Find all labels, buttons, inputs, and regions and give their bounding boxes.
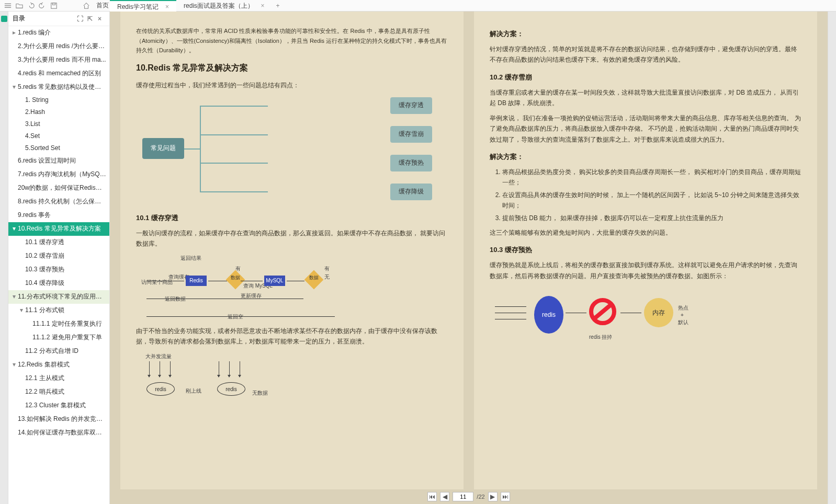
toc-item[interactable]: 10.4 缓存降级: [8, 277, 109, 290]
toc-item[interactable]: ▾11.分布式环境下常见的应用场景: [8, 290, 109, 304]
toc-item[interactable]: 2.Hash: [8, 106, 109, 118]
toc-item[interactable]: 10.1 缓存穿透: [8, 236, 109, 249]
d1-b4: 缓存降级: [390, 184, 432, 200]
heading-10-1: 10.1 缓存穿透: [136, 212, 448, 224]
toc-item[interactable]: 7.redis 内存淘汰机制（MySQL...: [8, 168, 109, 181]
d4-mem: 内存: [644, 298, 673, 327]
toc-item[interactable]: 20w的数据，如何保证Redis中...: [8, 181, 109, 195]
sidebar: 目录 ⛶ ⇱ × ▸1.redis 编介2.为什么要用 redis /为什么要用…: [8, 12, 110, 504]
toc-item[interactable]: 9.redis 事务: [8, 209, 109, 222]
toc-item[interactable]: 12.1 主从模式: [8, 372, 109, 385]
pager: ⏮ ◀ /22 ▶ ⏭: [110, 489, 828, 504]
toc-item[interactable]: 3.List: [8, 118, 109, 130]
d4-hang: redis 挂掉: [589, 333, 612, 341]
toc-item[interactable]: 13.如何解决 Redis 的并发竞争 ...: [8, 413, 109, 426]
home-icon[interactable]: [83, 2, 90, 9]
toc-item[interactable]: 10.3 缓存预热: [8, 263, 109, 277]
toc-item[interactable]: 14.如何保证缓存与数据库双写...: [8, 426, 109, 440]
d2-lbl: 有: [324, 264, 330, 273]
left-rail: [0, 12, 8, 504]
toc-item[interactable]: 3.为什么要用 redis 而不用 ma...: [8, 53, 109, 67]
intro-text: 在传统的关系式数据库中，常常用 ACID 性质来检验事务功能的可靠性和安全性。在…: [136, 26, 448, 55]
toc-item[interactable]: 5.Sorted Set: [8, 142, 109, 154]
toc-item[interactable]: 11.2 分布式自增 ID: [8, 345, 109, 358]
svg-rect-4: [52, 3, 55, 5]
first-page-button[interactable]: ⏮: [427, 492, 437, 501]
tab-label: redis面试题及答案（上）: [184, 2, 254, 9]
toc-list[interactable]: ▸1.redis 编介2.为什么要用 redis /为什么要用...3.为什么要…: [8, 26, 109, 504]
next-page-button[interactable]: ▶: [488, 492, 498, 501]
toc-item[interactable]: 8.redis 持久化机制（怎么保证 r...: [8, 195, 109, 209]
menu-icon[interactable]: [4, 2, 12, 9]
tab-redis-interview[interactable]: redis面试题及答案（上） ×: [176, 0, 272, 12]
d2-lbl: 无: [324, 272, 330, 281]
close-icon[interactable]: ×: [165, 3, 169, 10]
rail-icon[interactable]: [1, 16, 7, 22]
list-item: 在设置商品具体的缓存生效时间的时候， 加上一个随机的区间因子， 比如说 5~10…: [502, 190, 801, 211]
page-left: 在传统的关系式数据库中，常常用 ACID 性质来检验事务功能的可靠性和安全性。在…: [120, 12, 464, 489]
d2-dia: 数据: [226, 270, 245, 289]
top-toolbar: 首页 Redis学习笔记 × redis面试题及答案（上） × +: [0, 0, 836, 12]
toc-item[interactable]: 10.2 缓存雪崩: [8, 249, 109, 263]
d1-b1: 缓存穿透: [390, 97, 432, 114]
heading-solution: 解决方案：: [490, 28, 801, 40]
tab-redis-notes[interactable]: Redis学习笔记 ×: [110, 0, 176, 12]
prev-page-button[interactable]: ◀: [440, 492, 449, 501]
diagram-traffic: 大并发流量 redis 刚上线 redis 无数据: [136, 351, 448, 408]
d3-e1: redis: [146, 382, 175, 396]
d4-def: 默认: [678, 318, 688, 327]
heading-10: 10.Redis 常见异常及解决方案: [136, 61, 448, 75]
list-item: 将商品根据品类热度分类， 购买比较多的类目商品缓存周期长一些， 购买相对冷门的类…: [502, 167, 801, 188]
right-rail: [828, 12, 836, 504]
toc-item[interactable]: ▾5.redis 常见数据结构以及使用...: [8, 81, 109, 94]
sidebar-header: 目录 ⛶ ⇱ ×: [8, 12, 109, 26]
toc-item[interactable]: 4.Set: [8, 130, 109, 142]
page-input[interactable]: [453, 492, 473, 501]
toc-item[interactable]: 11.1.2 避免用户重复下单: [8, 331, 109, 345]
toc-item[interactable]: ▾12.Redis 集群模式: [8, 358, 109, 372]
para: 缓存预热就是系统上线后，将相关的缓存数据直接加载到缓存系统。这样就可以避免在用户…: [490, 260, 801, 281]
d2-lbl: 有: [235, 264, 241, 273]
save-icon[interactable]: [50, 2, 58, 9]
d1-b3: 缓存预热: [390, 155, 432, 171]
toc-item[interactable]: 2.为什么要用 redis /为什么要用...: [8, 40, 109, 53]
d2-lbl: 访问某个商品: [141, 278, 173, 287]
open-icon[interactable]: [16, 2, 23, 9]
expand-icon[interactable]: ⛶: [77, 15, 84, 22]
home-label[interactable]: 首页: [96, 1, 109, 10]
toc-item[interactable]: 6.redis 设置过期时间: [8, 154, 109, 168]
d1-b2: 缓存雪崩: [390, 126, 432, 143]
toc-item[interactable]: 12.3 Cluster 集群模式: [8, 399, 109, 413]
d1-main: 常见问题: [142, 138, 184, 159]
toc-item[interactable]: ▾11.1 分布式锁: [8, 304, 109, 317]
diagram-preheat: redis 内存 热点 + 默认 redis 挂掉: [490, 292, 801, 354]
sidebar-title: 目录: [13, 14, 25, 23]
toc-item[interactable]: ▸1.redis 编介: [8, 26, 109, 40]
toc-item[interactable]: 11.1.1 定时任务重复执行: [8, 317, 109, 331]
new-tab-button[interactable]: +: [272, 2, 284, 9]
d3-e2: redis: [217, 382, 245, 396]
d4-redis: redis: [534, 296, 563, 334]
svg-rect-0: [5, 3, 11, 4]
close-icon[interactable]: ×: [98, 15, 105, 22]
page-total: /22: [477, 494, 484, 500]
toc-item[interactable]: 12.2 哨兵模式: [8, 385, 109, 399]
collapse-icon[interactable]: ⇱: [87, 15, 95, 22]
last-page-button[interactable]: ⏭: [501, 492, 510, 501]
undo-icon[interactable]: [27, 2, 35, 9]
para: 当缓存重启或者大量的缓存在某一时间段失效，这样就导致大批流量直接访问数据库，对 …: [490, 87, 801, 109]
para: 一般访问缓存的流程，如果缓存中存在查询的商品数据，那么直接返回。如果缓存中不存在…: [136, 228, 448, 249]
toc-item[interactable]: 4.redis 和 memcached 的区别: [8, 67, 109, 81]
document-viewer: 在传统的关系式数据库中，常常用 ACID 性质来检验事务功能的可靠性和安全性。在…: [110, 12, 828, 504]
d3-l2: 无数据: [252, 388, 268, 397]
close-icon[interactable]: ×: [261, 2, 264, 9]
diagram-flow: 返回结果 访问某个商品 查询缓存 Redis 数据 有 查询 MySQL MyS…: [136, 254, 448, 322]
tab-bar: Redis学习笔记 × redis面试题及答案（上） × +: [110, 0, 284, 12]
redo-icon[interactable]: [39, 2, 46, 9]
toc-item[interactable]: 1. String: [8, 94, 109, 106]
d3-title: 大并发流量: [145, 352, 172, 361]
para: 这三个策略能够有效的避免短时间内，大批量的缓存失效的问题。: [490, 227, 801, 238]
toc-item[interactable]: ▾10.Redis 常见异常及解决方案: [8, 222, 109, 236]
para: 举例来说， 我们在准备一项抢购的促销运营活动，活动期间将带来大量的商品信息、库存…: [490, 113, 801, 145]
solution-list: 将商品根据品类热度分类， 购买比较多的类目商品缓存周期长一些， 购买相对冷门的类…: [502, 167, 801, 223]
